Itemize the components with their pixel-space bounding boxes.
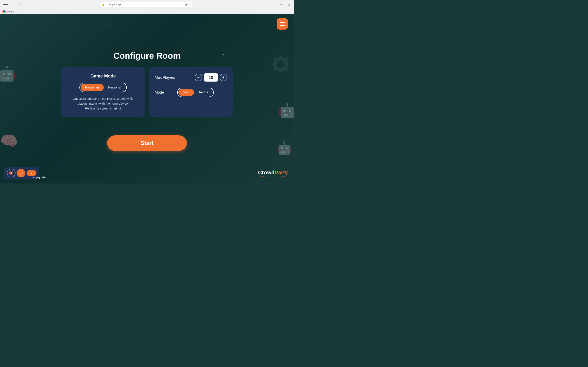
start-button[interactable]: Start bbox=[107, 135, 187, 151]
app-container: 🤖 🧠 🤖 🤖 Configure Room Game Mode Present… bbox=[0, 14, 294, 184]
menu-button[interactable] bbox=[277, 18, 288, 30]
decorative-dot bbox=[223, 54, 224, 55]
cards-container: Game Mode Presenter Personal Questions a… bbox=[61, 67, 233, 117]
menu-line bbox=[280, 25, 285, 26]
deco-robot-right: 🤖 bbox=[278, 102, 294, 119]
browser-bookmarks: Google ⠿ bbox=[0, 9, 294, 14]
settings-card: Max Players − 10 + Mode Solo Teams bbox=[149, 67, 233, 117]
menu-line bbox=[280, 24, 285, 24]
google-label: Google bbox=[7, 10, 15, 13]
autoplay-toggle[interactable]: ● bbox=[26, 170, 36, 176]
sidebar-toggle-button[interactable] bbox=[2, 2, 8, 7]
deco-robot-left: 🤖 bbox=[0, 65, 16, 82]
address-bar[interactable]: 🔒 crowdparty.app 🔊 ↻ bbox=[100, 2, 194, 7]
crowdparty-logo: CrowdParty bbox=[258, 169, 288, 177]
back-button[interactable]: ‹ bbox=[9, 2, 15, 7]
url-text: crowdparty.app bbox=[105, 3, 122, 6]
mute-icon[interactable]: 🔊 bbox=[185, 3, 188, 6]
game-mode-card: Game Mode Presenter Personal Questions a… bbox=[61, 67, 145, 117]
max-players-label: Max Players bbox=[155, 75, 175, 80]
address-bar-container: 🔒 crowdparty.app 🔊 ↻ bbox=[24, 2, 269, 7]
increase-players-button[interactable]: + bbox=[220, 74, 227, 81]
browser-chrome: ‹ › 🔒 crowdparty.app 🔊 ↻ ⬆ + ⧉ Google ⠿ bbox=[0, 0, 294, 14]
decrease-players-button[interactable]: − bbox=[195, 74, 202, 81]
menu-line bbox=[280, 22, 285, 23]
page-title: Configure Room bbox=[113, 51, 181, 61]
teams-option[interactable]: Teams bbox=[194, 89, 213, 96]
lock-icon: 🔒 bbox=[102, 3, 104, 6]
player-count-stepper: − 10 + bbox=[195, 73, 227, 82]
decorative-dot bbox=[274, 17, 274, 17]
game-mode-toggle: Presenter Personal bbox=[79, 83, 127, 92]
google-bookmark[interactable]: Google bbox=[2, 10, 15, 13]
forward-button[interactable]: › bbox=[16, 2, 22, 7]
screen-share-button[interactable]: ⊡ bbox=[17, 169, 25, 177]
mode-row: Mode Solo Teams bbox=[155, 88, 227, 97]
autoplay-control: ● bbox=[26, 170, 36, 176]
decorative-dot bbox=[245, 57, 246, 57]
players-value: 10 bbox=[204, 73, 218, 82]
gear-deco-top-right bbox=[272, 55, 290, 73]
tabs-overview-button[interactable]: ⧉ bbox=[286, 2, 292, 7]
browser-controls: ‹ › bbox=[2, 2, 22, 7]
solo-teams-toggle: Solo Teams bbox=[177, 88, 214, 97]
apps-icon[interactable]: ⠿ bbox=[17, 10, 18, 13]
deco-brain-left: 🧠 bbox=[0, 133, 18, 149]
google-icon bbox=[2, 10, 6, 13]
max-players-row: Max Players − 10 + bbox=[155, 73, 227, 82]
new-tab-button[interactable]: + bbox=[278, 2, 284, 7]
deco-robot-bottom-right: 🤖 bbox=[277, 141, 292, 155]
decorative-dot bbox=[65, 39, 66, 39]
browser-right-controls: ⬆ + ⧉ bbox=[271, 2, 292, 7]
autoplay-label: Autoplay OFF bbox=[32, 176, 45, 179]
mute-button[interactable]: 🔇 bbox=[7, 169, 16, 177]
decorative-dot bbox=[44, 17, 45, 17]
game-mode-title: Game Mode bbox=[67, 73, 139, 79]
logo-party: Party bbox=[275, 169, 288, 175]
browser-toolbar: ‹ › 🔒 crowdparty.app 🔊 ↻ ⬆ + ⧉ bbox=[0, 0, 294, 9]
share-button[interactable]: ⬆ bbox=[271, 2, 277, 7]
refresh-icon[interactable]: ↻ bbox=[189, 3, 191, 6]
solo-option[interactable]: Solo bbox=[178, 89, 194, 96]
game-mode-description: Questions appear on the Host's screen wh… bbox=[67, 96, 139, 111]
personal-option[interactable]: Personal bbox=[104, 84, 126, 91]
mode-label: Mode bbox=[155, 90, 164, 95]
decorative-dot bbox=[106, 24, 107, 25]
logo-crowd: Crowd bbox=[258, 169, 275, 175]
presenter-option[interactable]: Presenter bbox=[81, 84, 104, 91]
